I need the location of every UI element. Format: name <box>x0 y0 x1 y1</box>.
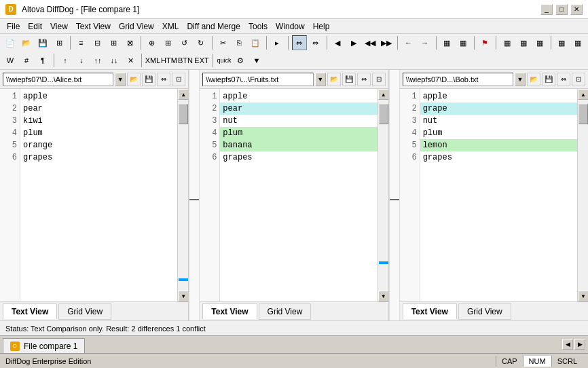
center-scrollbar[interactable]: ▲ ▼ <box>378 89 388 301</box>
xml-btn[interactable]: XML <box>145 53 160 68</box>
menu-file[interactable]: File <box>3 20 24 33</box>
right-open-btn[interactable]: 📂 <box>527 73 540 86</box>
tb-extra-1[interactable]: ▦ <box>554 35 569 50</box>
center-scroll-thumb[interactable] <box>379 104 388 124</box>
html-btn[interactable]: HTM <box>162 53 177 68</box>
tb-btn-10[interactable]: ↻ <box>194 35 208 50</box>
tb-btn-6[interactable]: ⊠ <box>122 35 137 50</box>
tb-btn-15[interactable]: ⇔ <box>308 35 323 50</box>
tb-btn-12[interactable]: ⎘ <box>232 35 246 50</box>
nav-prev2[interactable]: ◀◀ <box>363 35 378 50</box>
right-scroll-thumb[interactable] <box>578 104 588 124</box>
left-line-3[interactable]: kiwi <box>20 115 177 127</box>
right-scrollbar[interactable]: ▲ ▼ <box>577 89 588 301</box>
left-tab-grid-view[interactable]: Grid View <box>58 303 111 320</box>
right-path-arrow[interactable]: ▼ <box>515 73 526 86</box>
left-btn4[interactable]: ⊡ <box>172 73 185 86</box>
right-line-2[interactable]: grape <box>420 103 577 115</box>
dropdown-btn[interactable]: ▼ <box>249 53 264 68</box>
left-open-btn[interactable]: 📂 <box>127 73 141 86</box>
left-save-btn[interactable]: 💾 <box>142 73 155 86</box>
first-change-btn[interactable]: ↑↑ <box>90 53 105 68</box>
tb-btn-14[interactable]: ▸ <box>270 35 284 50</box>
tb-col-3[interactable]: ▦ <box>532 35 547 50</box>
sync-scroll-btn[interactable]: ⇔ <box>292 35 307 50</box>
menu-view[interactable]: View <box>46 20 72 33</box>
menu-diff-merge[interactable]: Diff and Merge <box>183 20 244 33</box>
left-line-5[interactable]: orange <box>20 139 177 151</box>
center-save-btn[interactable]: 💾 <box>342 73 356 86</box>
center-path-combo[interactable]: \\wiepfs07\...\Fruits.txt <box>202 73 313 86</box>
tb-btn-3[interactable]: ≡ <box>73 35 88 50</box>
tb-group-2[interactable]: ▦ <box>456 35 471 50</box>
left-line-4[interactable]: plum <box>20 127 177 139</box>
center-line-2[interactable]: pear <box>220 103 377 115</box>
tab-nav-right[interactable]: ▶ <box>574 339 585 350</box>
merge-right[interactable]: → <box>418 35 433 50</box>
right-line-6[interactable]: grapes <box>420 151 577 164</box>
menu-tools[interactable]: Tools <box>244 20 272 33</box>
menu-window[interactable]: Window <box>272 20 309 33</box>
menu-grid-view[interactable]: Grid View <box>115 20 158 33</box>
right-btn4[interactable]: ⊡ <box>572 73 585 86</box>
left-scroll-thumb[interactable] <box>179 104 188 124</box>
right-path-combo[interactable]: \\wiepfs07\D...\Bob.txt <box>403 73 513 86</box>
btn-btn[interactable]: BTN <box>178 53 193 68</box>
open-button[interactable]: 📂 <box>19 35 34 50</box>
center-line-1[interactable]: apple <box>220 90 377 103</box>
whitespace-btn[interactable]: ¶ <box>35 53 50 68</box>
ext-btn[interactable]: EXT <box>194 53 209 68</box>
quick-btn[interactable]: quick <box>217 53 232 68</box>
tab-nav-left[interactable]: ◀ <box>562 339 573 350</box>
menu-xml[interactable]: XML <box>158 20 183 33</box>
center-line-3[interactable]: nut <box>220 115 377 127</box>
new-button[interactable]: 📄 <box>3 35 18 50</box>
tb-btn-11[interactable]: ✂ <box>215 35 230 50</box>
right-line-4[interactable]: plum <box>420 127 577 139</box>
left-path-arrow[interactable]: ▼ <box>115 73 126 86</box>
next-change-btn[interactable]: ↓ <box>74 53 89 68</box>
restore-button[interactable]: □ <box>555 4 568 15</box>
tb-btn-7[interactable]: ⊕ <box>145 35 160 50</box>
center-btn3[interactable]: ⇔ <box>357 73 371 86</box>
nav-next2[interactable]: ▶▶ <box>379 35 394 50</box>
center-line-6[interactable]: grapes <box>220 151 377 164</box>
prev-change-btn[interactable]: ↑ <box>58 53 73 68</box>
line-num-btn[interactable]: # <box>19 53 34 68</box>
right-save-btn[interactable]: 💾 <box>542 73 555 86</box>
center-scroll-down[interactable]: ▼ <box>378 291 388 301</box>
nav-prev-diff[interactable]: ◀ <box>330 35 345 50</box>
file-compare-tab[interactable]: D File compare 1 <box>3 338 85 353</box>
center-tab-text-view[interactable]: Text View <box>202 303 257 319</box>
menu-edit[interactable]: Edit <box>24 20 46 33</box>
left-line-1[interactable]: apple <box>20 90 177 103</box>
center-btn4[interactable]: ⊡ <box>372 73 386 86</box>
right-scroll-up[interactable]: ▲ <box>578 89 588 100</box>
menu-help[interactable]: Help <box>309 20 334 33</box>
left-lines[interactable]: apple pear kiwi plum orange grapes <box>20 89 177 301</box>
left-btn3[interactable]: ⇔ <box>157 73 170 86</box>
center-tab-grid-view[interactable]: Grid View <box>259 303 312 320</box>
right-lines[interactable]: apple grape nut plum lemon grapes <box>420 89 577 301</box>
save-button[interactable]: 💾 <box>35 35 50 50</box>
tb-col-1[interactable]: ▦ <box>500 35 515 50</box>
center-line-4[interactable]: plum <box>220 127 377 139</box>
nav-next-diff[interactable]: ▶ <box>346 35 361 50</box>
close-diff-btn[interactable]: ✕ <box>123 53 138 68</box>
minimize-button[interactable]: _ <box>540 4 553 15</box>
menu-text-view[interactable]: Text View <box>72 20 115 33</box>
left-scrollbar[interactable]: ▲ ▼ <box>177 89 188 301</box>
last-change-btn[interactable]: ↓↓ <box>107 53 122 68</box>
word-wrap-btn[interactable]: W <box>3 53 18 68</box>
left-scroll-down[interactable]: ▼ <box>178 291 188 301</box>
close-button[interactable]: ✕ <box>570 4 583 15</box>
tb-extra-2[interactable]: ▦ <box>570 35 585 50</box>
right-tab-text-view[interactable]: Text View <box>403 303 457 319</box>
center-lines[interactable]: apple pear nut plum banana grapes <box>220 89 377 301</box>
extra-btn[interactable]: ⚙ <box>233 53 248 68</box>
right-line-1[interactable]: apple <box>420 90 577 103</box>
merge-left[interactable]: ← <box>401 35 416 50</box>
tb-col-2[interactable]: ▦ <box>516 35 531 50</box>
left-line-2[interactable]: pear <box>20 103 177 115</box>
center-scroll-up[interactable]: ▲ <box>378 89 388 100</box>
